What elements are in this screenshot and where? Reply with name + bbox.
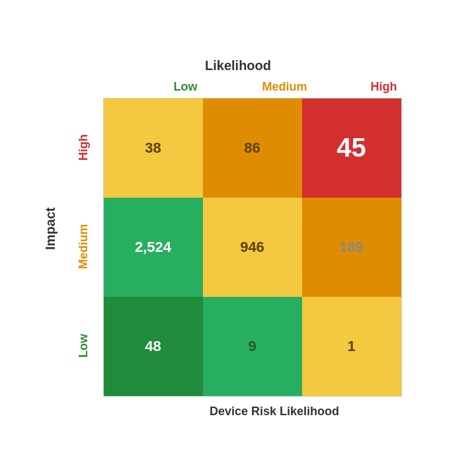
cell-r1-c1: 946 <box>203 198 302 297</box>
cell-r2-c2: 1 <box>302 297 401 396</box>
col-header-medium: Medium <box>235 80 335 98</box>
cell-r0-c2: 45 <box>302 99 401 198</box>
col-headers: LowMediumHigh <box>136 80 434 98</box>
cell-r2-c1: 9 <box>203 297 302 396</box>
chart-container: Likelihood Impact LowMediumHigh HighMedi… <box>43 58 434 418</box>
cell-value: 9 <box>248 338 256 355</box>
cell-r2-c0: 48 <box>104 297 203 396</box>
row-label-medium: Medium <box>63 197 103 296</box>
cell-value: 38 <box>145 139 161 157</box>
cell-r0-c0: 38 <box>104 99 203 198</box>
row-label-high: High <box>63 98 103 197</box>
top-title: Likelihood <box>205 58 271 73</box>
cell-r1-c2: 189 <box>302 198 401 297</box>
cell-value: 189 <box>339 239 364 256</box>
col-header-high: High <box>335 80 434 98</box>
cell-value: 86 <box>244 139 260 157</box>
cell-r1-c0: 2,524 <box>104 198 203 297</box>
y-axis-label: Impact <box>43 80 58 377</box>
cell-value: 2,524 <box>135 239 171 256</box>
col-header-low: Low <box>136 80 235 98</box>
bottom-title: Device Risk Likelihood <box>210 405 339 418</box>
cell-value: 45 <box>337 133 366 163</box>
cell-value: 1 <box>347 338 355 355</box>
cell-value: 946 <box>240 239 264 256</box>
row-labels: HighMediumLow <box>63 98 103 395</box>
row-labels-and-grid: HighMediumLow 3886452,5249461894891 <box>63 98 434 397</box>
row-label-low: Low <box>63 296 103 395</box>
matrix-grid: 3886452,5249461894891 <box>103 98 402 397</box>
cell-r0-c1: 86 <box>203 99 302 198</box>
cell-value: 48 <box>145 338 161 355</box>
